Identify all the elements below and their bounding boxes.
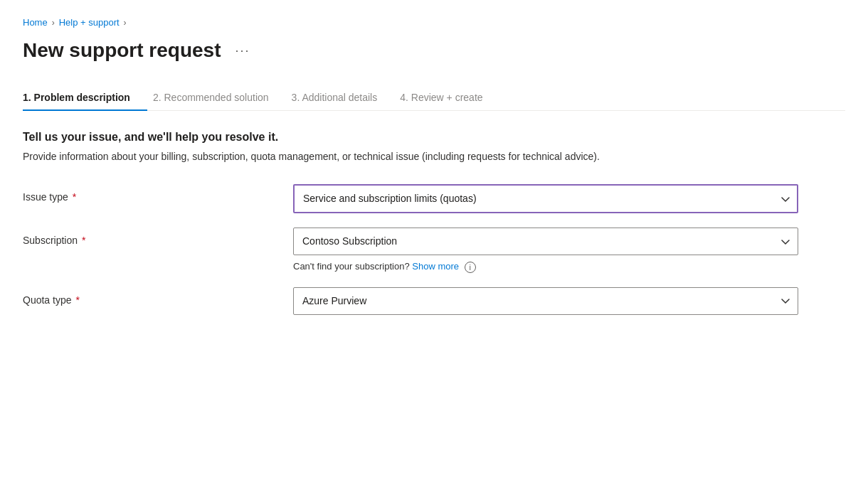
required-star-quota-type: * — [73, 294, 80, 306]
subscription-field: Contoso Subscription Can't find your sub… — [293, 228, 805, 273]
page-header: New support request ··· — [23, 39, 845, 62]
issue-type-group: Issue type * Service and subscription li… — [23, 184, 805, 213]
issue-type-select-wrapper: Service and subscription limits (quotas) — [293, 184, 798, 213]
step-review-create[interactable]: 4. Review + create — [400, 85, 499, 110]
required-star-subscription: * — [79, 235, 85, 246]
breadcrumb-separator-2: › — [124, 18, 127, 28]
quota-type-label: Quota type * — [23, 287, 293, 306]
subscription-group: Subscription * Contoso Subscription Can'… — [23, 228, 805, 273]
step-problem-description[interactable]: 1. Problem description — [23, 85, 147, 110]
issue-type-field: Service and subscription limits (quotas) — [293, 184, 805, 213]
more-options-button[interactable]: ··· — [229, 41, 255, 60]
show-more-link[interactable]: Show more — [412, 261, 459, 272]
steps-navigation: 1. Problem description 2. Recommended so… — [23, 85, 845, 111]
quota-type-group: Quota type * Azure Purview — [23, 287, 805, 315]
cant-find-text: Can't find your subscription? — [293, 261, 410, 272]
subscription-note: Can't find your subscription? Show more … — [293, 261, 805, 273]
subscription-select-wrapper: Contoso Subscription — [293, 228, 798, 255]
info-icon: i — [465, 262, 476, 273]
required-star-issue-type: * — [70, 191, 76, 203]
quota-type-select[interactable]: Azure Purview — [293, 287, 798, 315]
subscription-label: Subscription * — [23, 228, 293, 246]
quota-type-select-wrapper: Azure Purview — [293, 287, 798, 315]
issue-type-select[interactable]: Service and subscription limits (quotas) — [293, 184, 798, 213]
breadcrumb-separator-1: › — [52, 18, 55, 28]
quota-type-field: Azure Purview — [293, 287, 805, 315]
step-additional-details[interactable]: 3. Additional details — [292, 85, 395, 110]
breadcrumb: Home › Help + support › — [23, 17, 845, 28]
form-section: Tell us your issue, and we'll help you r… — [23, 131, 845, 315]
breadcrumb-home[interactable]: Home — [23, 17, 48, 28]
step-recommended-solution[interactable]: 2. Recommended solution — [153, 85, 286, 110]
page-title: New support request — [23, 39, 221, 62]
subscription-select[interactable]: Contoso Subscription — [293, 228, 798, 255]
section-description: Provide information about your billing, … — [23, 149, 770, 164]
issue-type-label: Issue type * — [23, 184, 293, 203]
section-title: Tell us your issue, and we'll help you r… — [23, 131, 845, 144]
breadcrumb-help-support[interactable]: Help + support — [59, 17, 120, 28]
